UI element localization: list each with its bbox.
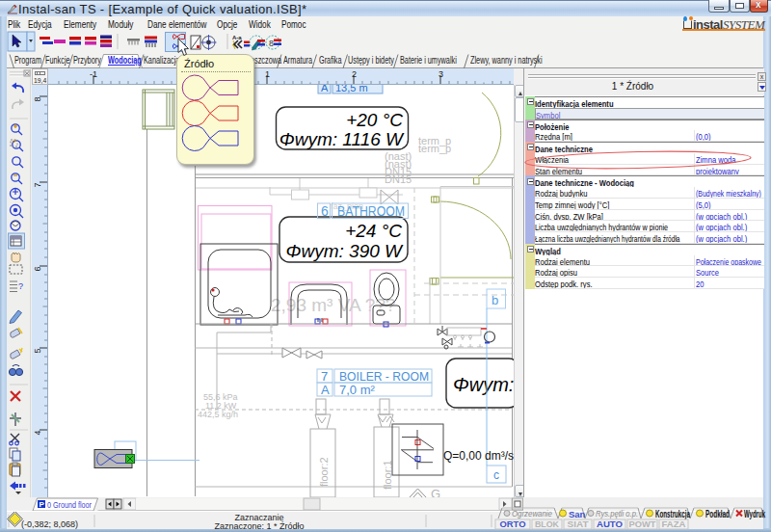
svg-text:?: ? (18, 281, 23, 291)
svg-text:8: 8 (269, 39, 274, 48)
svg-text:Φwym: 390 W: Φwym: 390 W (286, 241, 404, 261)
svg-text:1: 1 (265, 69, 270, 79)
svg-text:A-a: A-a (232, 35, 242, 40)
svg-text:San: San (569, 509, 586, 519)
svg-text:A: A (321, 85, 329, 93)
svg-text:0 Ground floor: 0 Ground floor (47, 499, 92, 510)
svg-text:ORTO: ORTO (500, 519, 526, 529)
svg-text:6: 6 (33, 266, 42, 271)
svg-text:7,0 m²: 7,0 m² (339, 383, 376, 397)
svg-text:DN15: DN15 (385, 173, 412, 185)
svg-text:Zaznaczone: 1 * Źródło: Zaznaczone: 1 * Źródło (214, 521, 304, 529)
svg-text:3: 3 (439, 69, 443, 79)
svg-text:Konstrukcja: Konstrukcja (655, 509, 690, 519)
svg-text:BLOK: BLOK (535, 519, 559, 529)
svg-text:Wydruk: Wydruk (744, 509, 765, 519)
svg-text:7: 7 (33, 182, 42, 187)
svg-text:FAZA: FAZA (662, 519, 686, 529)
svg-text:Podkład: Podkład (705, 509, 730, 519)
svg-text:Ogrzewanie: Ogrzewanie (512, 508, 552, 519)
svg-text:+20 °C: +20 °C (346, 110, 403, 130)
svg-text:(-0,382; 8,068): (-0,382; 8,068) (21, 519, 78, 529)
svg-text:c: c (493, 468, 499, 482)
svg-text:2: 2 (352, 69, 357, 79)
svg-text:POWT: POWT (629, 519, 656, 529)
svg-text:term_p: term_p (418, 143, 451, 154)
svg-text:P: P (40, 500, 45, 509)
svg-text:Φwym:: Φwym: (453, 374, 514, 395)
svg-text:BATHROOM: BATHROOM (337, 203, 405, 219)
svg-text:7: 7 (321, 369, 328, 384)
svg-text:8: 8 (33, 96, 42, 101)
svg-text:442,5 kg/h: 442,5 kg/h (198, 410, 238, 419)
svg-text:13,5 m: 13,5 m (335, 85, 368, 93)
svg-text:Rys.pętli o.p.: Rys.pętli o.p. (596, 508, 638, 519)
svg-text:A: A (321, 383, 330, 397)
svg-text:4: 4 (33, 430, 42, 435)
svg-text:5: 5 (33, 348, 42, 353)
svg-text:b: b (492, 293, 498, 307)
svg-text:6: 6 (321, 203, 329, 219)
svg-text:BOILER - ROOM: BOILER - ROOM (339, 369, 429, 384)
svg-text:AUTO: AUTO (597, 519, 623, 529)
svg-text:+24 °C: +24 °C (345, 221, 402, 241)
svg-text:Φwym: 1116 W: Φwym: 1116 W (279, 129, 405, 149)
svg-text:floor:1: floor:1 (382, 460, 393, 490)
svg-text:SIAT: SIAT (568, 519, 589, 529)
svg-text:-1: -1 (90, 69, 97, 79)
svg-text:G: G (431, 487, 440, 497)
svg-text:Q=0,00 dm³/s: Q=0,00 dm³/s (443, 449, 514, 463)
svg-text:floor:2: floor:2 (318, 457, 330, 487)
